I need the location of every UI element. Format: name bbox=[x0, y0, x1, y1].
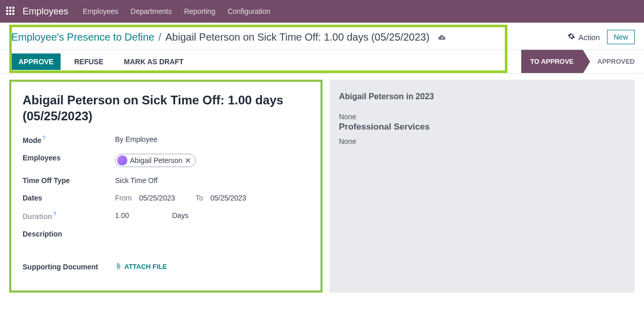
status-bar: APPROVE REFUSE MARK AS DRAFT TO APPROVE … bbox=[0, 50, 644, 74]
side-panel-title: Abigail Peterson in 2023 bbox=[339, 92, 626, 101]
status-actions: APPROVE REFUSE MARK AS DRAFT bbox=[11, 53, 191, 70]
header-actions: Action New bbox=[567, 30, 635, 44]
side-department: Professional Services bbox=[339, 122, 626, 132]
nav-reporting[interactable]: Reporting bbox=[184, 7, 215, 15]
dates-label: Dates bbox=[23, 194, 115, 202]
duration-label: Duration? bbox=[23, 211, 115, 221]
dates-value: From 05/25/2023 To 05/25/2023 bbox=[115, 194, 309, 202]
attach-file-label: ATTACH FILE bbox=[124, 263, 167, 270]
apps-grid-icon[interactable] bbox=[6, 7, 15, 16]
form-panel: Abigail Peterson on Sick Time Off: 1.00 … bbox=[9, 80, 323, 293]
employees-value[interactable]: Abigail Peterson ✕ bbox=[115, 154, 309, 167]
help-icon[interactable]: ? bbox=[43, 135, 46, 141]
mark-as-draft-button[interactable]: MARK AS DRAFT bbox=[117, 53, 191, 70]
from-label: From bbox=[115, 194, 132, 202]
employee-tag[interactable]: Abigail Peterson ✕ bbox=[115, 154, 196, 167]
nav-departments[interactable]: Departments bbox=[130, 7, 172, 15]
time-off-type-label: Time Off Type bbox=[23, 176, 115, 185]
status-stages: TO APPROVE APPROVED bbox=[521, 50, 645, 73]
breadcrumb-separator: / bbox=[158, 31, 161, 43]
duration-number[interactable]: 1.00 bbox=[115, 211, 129, 220]
attach-file-button[interactable]: ATTACH FILE bbox=[115, 263, 167, 271]
supporting-document-value: ATTACH FILE bbox=[115, 263, 309, 271]
approve-button[interactable]: APPROVE bbox=[11, 53, 61, 70]
employee-tag-label: Abigail Peterson bbox=[130, 156, 182, 165]
from-date[interactable]: 05/25/2023 bbox=[139, 194, 175, 202]
action-button[interactable]: Action bbox=[567, 32, 600, 42]
record-title: Abigail Peterson on Sick Time Off: 1.00 … bbox=[23, 92, 309, 124]
mode-value[interactable]: By Employee bbox=[115, 135, 309, 143]
refuse-button[interactable]: REFUSE bbox=[67, 53, 110, 70]
mode-label: Mode? bbox=[23, 135, 115, 144]
new-button[interactable]: New bbox=[607, 30, 635, 44]
app-title: Employees bbox=[23, 6, 68, 17]
to-date[interactable]: 05/25/2023 bbox=[211, 194, 247, 202]
nav-configuration[interactable]: Configuration bbox=[228, 7, 270, 15]
duration-unit: Days bbox=[172, 211, 188, 220]
nav-employees[interactable]: Employees bbox=[83, 7, 118, 15]
top-navbar: Employees Employees Departments Reportin… bbox=[0, 0, 644, 23]
action-label: Action bbox=[578, 33, 600, 42]
remove-tag-icon[interactable]: ✕ bbox=[185, 156, 191, 165]
side-panel: Abigail Peterson in 2023 None Profession… bbox=[330, 80, 635, 293]
stage-to-approve[interactable]: TO APPROVE bbox=[521, 50, 583, 73]
supporting-document-label: Supporting Document bbox=[23, 263, 115, 271]
breadcrumb-link[interactable]: Employee's Presence to Define bbox=[11, 31, 154, 43]
breadcrumb-current: Abigail Peterson on Sick Time Off: 1.00 … bbox=[165, 31, 429, 43]
employees-label: Employees bbox=[23, 154, 115, 162]
side-line: None bbox=[339, 113, 626, 121]
help-icon[interactable]: ? bbox=[53, 211, 56, 217]
to-label: To bbox=[196, 194, 203, 202]
side-line: None bbox=[339, 137, 626, 146]
duration-value: 1.00 Days bbox=[115, 211, 309, 220]
gear-icon bbox=[567, 32, 575, 42]
cloud-icon[interactable] bbox=[438, 31, 447, 43]
time-off-type-value[interactable]: Sick Time Off bbox=[115, 176, 309, 185]
description-label: Description bbox=[23, 230, 115, 238]
stage-approved[interactable]: APPROVED bbox=[583, 50, 644, 73]
paperclip-icon bbox=[115, 263, 122, 271]
breadcrumb: Employee's Presence to Define / Abigail … bbox=[11, 31, 447, 43]
avatar bbox=[117, 155, 127, 166]
content-area: Abigail Peterson on Sick Time Off: 1.00 … bbox=[0, 74, 644, 299]
breadcrumb-bar: Employee's Presence to Define / Abigail … bbox=[0, 23, 644, 50]
